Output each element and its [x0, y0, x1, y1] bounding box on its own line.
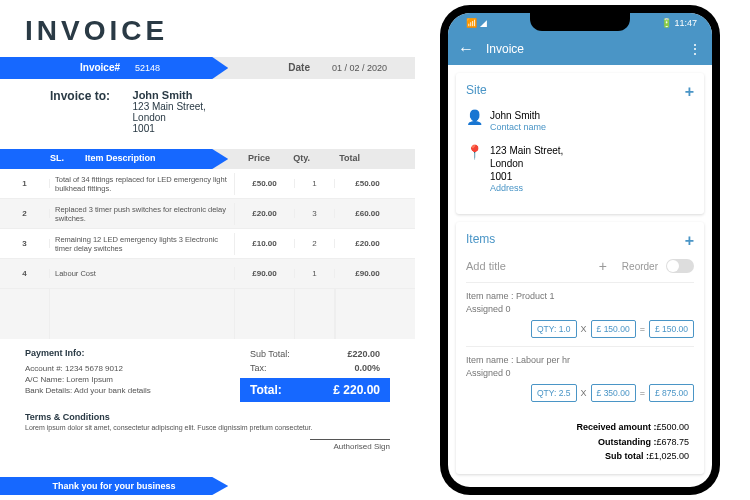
invoice-to: Invoice to: John Smith 123 Main Street, …: [50, 89, 390, 134]
status-time: 11:47: [674, 18, 697, 28]
phone-screen: 📶◢ 🔋 11:47 ← Invoice ⋮ Site+ 👤 John Smit…: [448, 13, 712, 487]
invoice-document: INVOICE Invoice# 52148 Date 01 / 02 / 20…: [0, 0, 415, 500]
site-header: Site: [466, 83, 487, 101]
terms: Terms & Conditions Lorem ipsum dolor sit…: [25, 412, 390, 431]
add-item-button[interactable]: +: [685, 232, 694, 250]
date-value: 01 / 02 / 2020: [332, 63, 387, 73]
items-header: Items: [466, 232, 495, 250]
customer-name: John Smith: [133, 89, 193, 101]
total-field: £ 875.00: [649, 384, 694, 402]
app-bar: ← Invoice ⋮: [448, 33, 712, 65]
table-row: 1Total of 34 fittings replaced for LED e…: [0, 169, 415, 199]
phone-frame: 📶◢ 🔋 11:47 ← Invoice ⋮ Site+ 👤 John Smit…: [440, 5, 720, 495]
add-title-plus[interactable]: +: [599, 258, 607, 274]
date-label: Date: [288, 62, 310, 73]
items-card: Items+ Add title + Reorder Item name : P…: [456, 222, 704, 473]
add-title-input[interactable]: Add title: [466, 260, 599, 272]
table-rows: 1Total of 34 fittings replaced for LED e…: [0, 169, 415, 289]
price-field[interactable]: £ 150.00: [591, 320, 636, 338]
contact-link[interactable]: Contact name: [490, 122, 694, 134]
menu-icon[interactable]: ⋮: [688, 41, 702, 57]
payment-info: Payment Info: Account #: 1234 5678 9012 …: [25, 347, 240, 402]
qty-field[interactable]: QTY: 1.0: [531, 320, 577, 338]
signal-icon: ◢: [480, 18, 487, 28]
back-icon[interactable]: ←: [458, 40, 474, 58]
totals: Sub Total:£220.00 Tax:0.00% Total:£ 220.…: [240, 347, 390, 402]
add-site-button[interactable]: +: [685, 83, 694, 101]
item-row: Item name : Labour per hr Assigned 0 QTY…: [466, 346, 694, 410]
location-icon: 📍: [466, 144, 490, 195]
table-row: 3Remaining 12 LED emergency lights 3 Ele…: [0, 229, 415, 259]
site-address: 123 Main Street, London 1001: [490, 144, 694, 183]
customer-line1: 123 Main Street,: [133, 101, 206, 112]
customer-line2: London: [133, 112, 166, 123]
invoice-meta-bar: Invoice# 52148 Date 01 / 02 / 2020: [0, 57, 415, 79]
table-row: 2Replaced 3 timer push switches for elec…: [0, 199, 415, 229]
battery-icon: 🔋: [661, 18, 672, 28]
price-field[interactable]: £ 350.00: [591, 384, 636, 402]
thank-you: Thank you for your business: [0, 477, 228, 495]
appbar-title: Invoice: [486, 42, 688, 56]
signature: Authorised Sign: [25, 439, 390, 451]
invoice-title: INVOICE: [25, 15, 390, 47]
qty-field[interactable]: QTY: 2.5: [531, 384, 577, 402]
address-link[interactable]: Address: [490, 183, 694, 195]
site-card: Site+ 👤 John SmithContact name 📍 123 Mai…: [456, 73, 704, 214]
invoice-number-label: Invoice#: [80, 62, 120, 73]
reorder-label: Reorder: [622, 261, 658, 272]
customer-line3: 1001: [133, 123, 155, 134]
item-row: Item name : Product 1 Assigned 0 QTY: 1.…: [466, 282, 694, 346]
invoice-number: 52148: [135, 63, 160, 73]
table-row: 4Labour Cost£90.001£90.00: [0, 259, 415, 289]
summary: Received amount :£500.00 Outstanding :£6…: [466, 420, 694, 463]
site-name: John Smith: [490, 109, 694, 122]
wifi-icon: 📶: [466, 18, 477, 28]
table-header: SL. Item Description Price Qty. Total: [0, 149, 415, 169]
reorder-toggle[interactable]: [666, 259, 694, 273]
total-field: £ 150.00: [649, 320, 694, 338]
person-icon: 👤: [466, 109, 490, 134]
